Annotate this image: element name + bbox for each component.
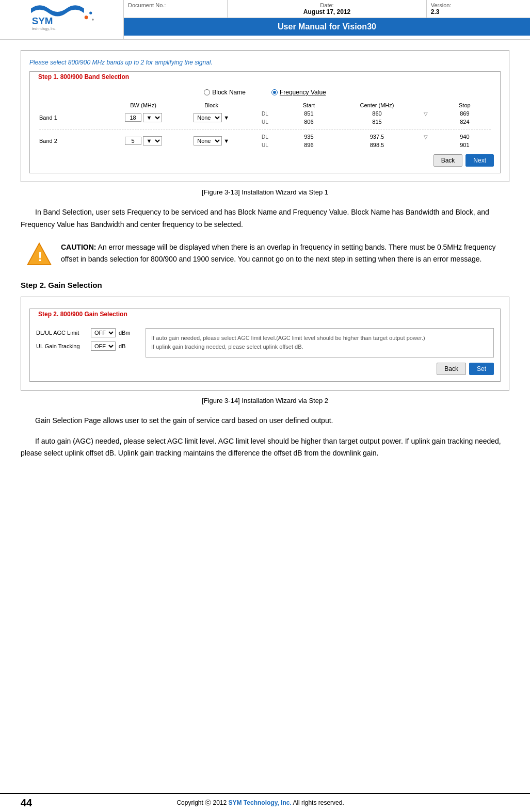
band1-block-select[interactable]: None [194, 113, 222, 122]
header-info: Document No.: Date: August 17, 2012 Vers… [124, 0, 530, 39]
band2-dl-row: Band 2 ▼ None ▼ DL 935 937.5 [36, 133, 494, 141]
band2-dl-arrow: ▽ [416, 133, 436, 141]
figure13-btn-row: Back Next [36, 154, 494, 167]
figure14-caption: [Figure 3-14] Installation Wizard via St… [21, 397, 509, 404]
body-text2a: Gain Selection Page allows user to set t… [21, 415, 509, 427]
band2-dl-start: 935 [280, 133, 338, 141]
svg-text:!: ! [38, 250, 42, 264]
figure14-step-label: Step 2. 800/900 Gain Selection [36, 311, 130, 318]
figure14-box: Step 2. 800/900 Gain Selection DL/UL AGC… [21, 297, 509, 391]
figure14-set-button[interactable]: Set [469, 363, 494, 375]
band1-dl-center: 860 [338, 109, 416, 118]
band2-bw-select[interactable]: ▼ [143, 136, 162, 145]
gain-info-text1: If auto gain needed, please select AGC l… [151, 334, 488, 343]
figure14-step-box: Step 2. 800/900 Gain Selection DL/UL AGC… [29, 308, 501, 382]
band1-dl-arrow: ▽ [416, 109, 436, 118]
svg-point-4 [92, 19, 93, 20]
band1-ul-label: UL [250, 118, 280, 126]
band2-ul-label: UL [250, 141, 280, 149]
footer-rights: All rights reserved. [292, 799, 344, 806]
band1-ul-start: 806 [280, 118, 338, 126]
band1-dl-start: 851 [280, 109, 338, 118]
title-row: User Manual for Vision30 [124, 18, 530, 36]
band-separator-row [36, 126, 494, 133]
radio-freq-value-circle [271, 89, 278, 95]
band1-ul-stop: 824 [436, 118, 494, 126]
doc-no-cell: Document No.: [124, 0, 228, 18]
svg-point-2 [84, 15, 88, 19]
figure13-caption: [Figure 3-13] Installation Wizard via St… [21, 188, 509, 196]
band-table: BW (MHz) Block Start Center (MHz) Stop [36, 101, 494, 149]
step2-heading: Step 2. Gain Selection [21, 281, 509, 289]
gain-layout: DL/UL AGC Limit OFF dBm UL Gain Tracking… [36, 328, 494, 358]
band2-ul-stop: 901 [436, 141, 494, 149]
doc-no-label: Document No.: [128, 2, 223, 8]
band1-dl-label: DL [250, 109, 280, 118]
col-stop-header: Stop [436, 101, 494, 109]
band1-dl-row: Band 1 ▼ None ▼ DL 851 860 [36, 109, 494, 118]
figure13-step-box: Step 1. 800/900 Band Selection Block Nam… [29, 71, 501, 173]
band2-block-select[interactable]: None [194, 136, 222, 145]
col-center-header: Center (MHz) [338, 101, 416, 109]
col-block-header: Block [172, 101, 250, 109]
version-value: 2.3 [431, 8, 526, 15]
figure13-box: Please select 800/900 MHz bands up to 2 … [21, 50, 509, 182]
caution-icon: ! [26, 241, 53, 268]
footer-brand: SYM Technology, Inc. [229, 799, 292, 806]
figure13-next-button[interactable]: Next [465, 154, 494, 167]
gain-left: DL/UL AGC Limit OFF dBm UL Gain Tracking… [36, 328, 139, 358]
figure14-back-button[interactable]: Back [437, 363, 466, 375]
radio-block-name[interactable]: Block Name [204, 89, 246, 96]
header: SYM technology, Inc. Document No.: Date:… [0, 0, 530, 40]
logo-cell: SYM technology, Inc. [0, 0, 124, 39]
footer: 44 Copyright ⓒ 2012 SYM Technology, Inc.… [0, 793, 530, 812]
band1-dl-stop: 869 [436, 109, 494, 118]
band2-label: Band 2 [36, 133, 114, 149]
gain-info-text2: If uplink gain tracking needed, please s… [151, 343, 488, 352]
band2-ul-center: 898.5 [338, 141, 416, 149]
gain-agc-row: DL/UL AGC Limit OFF dBm [36, 328, 139, 337]
svg-text:SYM: SYM [31, 15, 53, 26]
gain-ul-row: UL Gain Tracking OFF dB [36, 342, 139, 351]
band1-bw-input[interactable] [125, 113, 141, 122]
col-start-header: Start [280, 101, 338, 109]
body-text1: In Band Selection, user sets Frequency t… [21, 206, 509, 231]
date-cell: Date: August 17, 2012 [228, 0, 427, 18]
caution-body: An error message will be displayed when … [61, 243, 495, 264]
gain-info: If auto gain needed, please select AGC l… [146, 328, 494, 358]
gain-agc-select[interactable]: OFF [91, 328, 116, 337]
figure13-step-label: Step 1. 800/900 Band Selection [36, 73, 131, 80]
radio-freq-value-label: Frequency Value [280, 89, 326, 96]
band2-dl-stop: 940 [436, 133, 494, 141]
gain-agc-unit: dBm [119, 330, 131, 336]
band1-bw-select[interactable]: ▼ [143, 113, 162, 122]
footer-page-number: 44 [21, 797, 32, 809]
svg-text:technology, Inc.: technology, Inc. [31, 27, 56, 31]
gain-ul-unit: dB [119, 343, 125, 349]
band2-ul-start: 896 [280, 141, 338, 149]
footer-copyright: Copyright ⓒ 2012 SYM Technology, Inc. Al… [32, 799, 489, 807]
gain-ul-label: UL Gain Tracking [36, 343, 88, 349]
header-top-row: Document No.: Date: August 17, 2012 Vers… [124, 0, 530, 18]
radio-freq-value[interactable]: Frequency Value [271, 89, 326, 96]
radio-block-name-label: Block Name [212, 89, 246, 96]
version-label: Version: [431, 2, 526, 8]
band1-label: Band 1 [36, 109, 114, 126]
gain-ul-select[interactable]: OFF [91, 342, 116, 351]
figure13-instruction: Please select 800/900 MHz bands up to 2 … [29, 59, 501, 66]
col-bw-header: BW (MHz) [114, 101, 172, 109]
caution-box: ! CAUTION: An error message will be disp… [21, 241, 509, 268]
figure14-btn-row: Back Set [36, 363, 494, 375]
page-title: User Manual for Vision30 [278, 22, 376, 31]
date-value: August 17, 2012 [232, 8, 422, 15]
band2-dl-center: 937.5 [338, 133, 416, 141]
logo-icon: SYM technology, Inc. [21, 4, 103, 35]
caution-text: CAUTION: An error message will be displa… [61, 241, 504, 266]
body-text2b: If auto gain (AGC) needed, please select… [21, 435, 509, 460]
figure13-back-button[interactable]: Back [433, 154, 463, 167]
date-label: Date: [232, 2, 422, 8]
radio-block-name-circle [204, 89, 210, 95]
gain-agc-label: DL/UL AGC Limit [36, 330, 88, 336]
band2-bw-input[interactable] [125, 137, 141, 145]
version-cell: Version: 2.3 [427, 0, 530, 18]
